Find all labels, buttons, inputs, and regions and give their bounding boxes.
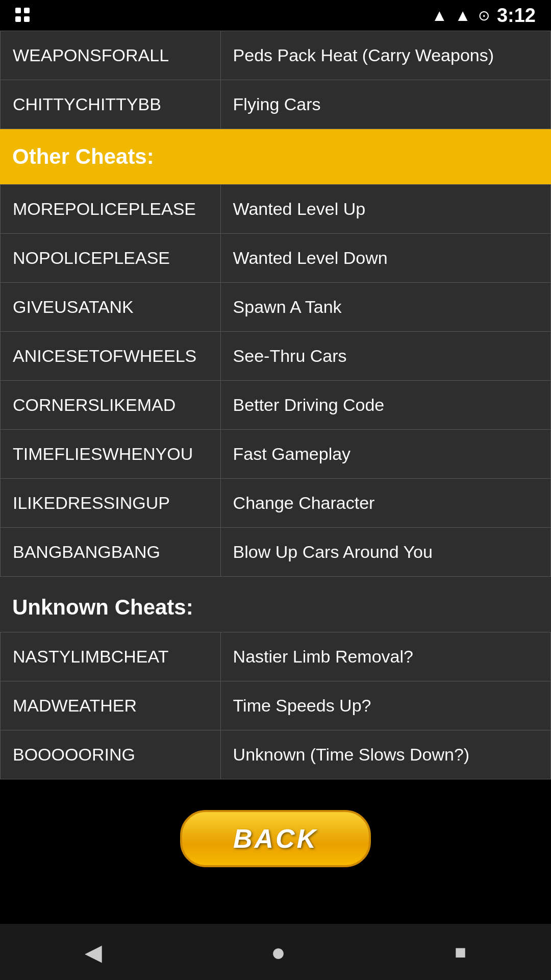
cheat-effect: Wanted Level Up (220, 185, 550, 234)
cheat-effect: Unknown (Time Slows Down?) (220, 730, 550, 779)
cheat-code: NOPOLICEPLEASE (1, 234, 221, 283)
table-row: CORNERSLIKEMAD Better Driving Code (1, 381, 551, 430)
cheat-effect: Nastier Limb Removal? (220, 632, 550, 681)
cheat-code: ANICESETOFWHEELS (1, 332, 221, 381)
cheat-code: TIMEFLIESWHENYOU (1, 430, 221, 479)
cheat-effect: Wanted Level Down (220, 234, 550, 283)
back-button[interactable]: BACK (180, 810, 371, 867)
status-bar-right: ▲ ▲ ⊙ 3:12 (432, 5, 536, 27)
content-area: WEAPONSFORALL Peds Pack Heat (Carry Weap… (0, 31, 551, 779)
cheat-code: NASTYLIMBCHEAT (1, 632, 221, 681)
cheat-effect: Fast Gameplay (220, 430, 550, 479)
cheat-effect: See-Thru Cars (220, 332, 550, 381)
table-row: BANGBANGBANG Blow Up Cars Around You (1, 528, 551, 577)
signal-icon: ▲ (455, 6, 471, 25)
cheat-code: WEAPONSFORALL (1, 31, 221, 80)
recents-nav-icon[interactable]: ■ (455, 941, 466, 963)
cheat-effect: Blow Up Cars Around You (220, 528, 550, 577)
cheat-effect: Change Character (220, 479, 550, 528)
cheat-code: MADWEATHER (1, 681, 221, 730)
unknown-cheats-header: Unknown Cheats: (0, 577, 551, 625)
status-bar-left (15, 8, 31, 23)
unknown-cheats-title: Unknown Cheats: (12, 595, 193, 619)
section-divider (0, 625, 551, 632)
other-cheats-table: MOREPOLICEPLEASE Wanted Level Up NOPOLIC… (0, 184, 551, 577)
cheat-code: BANGBANGBANG (1, 528, 221, 577)
cheat-code: CHITTYCHITTYBB (1, 80, 221, 129)
table-row: WEAPONSFORALL Peds Pack Heat (Carry Weap… (1, 31, 551, 80)
cheat-code: BOOOOORING (1, 730, 221, 779)
table-row: ANICESETOFWHEELS See-Thru Cars (1, 332, 551, 381)
table-row: TIMEFLIESWHENYOU Fast Gameplay (1, 430, 551, 479)
wifi-icon: ▲ (432, 6, 448, 25)
nav-bar: ◀ ● ■ (0, 924, 551, 980)
top-cheat-table: WEAPONSFORALL Peds Pack Heat (Carry Weap… (0, 31, 551, 129)
table-row: ILIKEDRESSINGUP Change Character (1, 479, 551, 528)
cheat-effect: Time Speeds Up? (220, 681, 550, 730)
table-row: GIVEUSATANK Spawn A Tank (1, 283, 551, 332)
home-nav-icon[interactable]: ● (271, 938, 286, 966)
table-row: NASTYLIMBCHEAT Nastier Limb Removal? (1, 632, 551, 681)
cheat-code: GIVEUSATANK (1, 283, 221, 332)
other-cheats-title: Other Cheats: (12, 144, 154, 168)
status-time: 3:12 (497, 5, 536, 27)
cheat-code: MOREPOLICEPLEASE (1, 185, 221, 234)
back-button-area: BACK (0, 779, 551, 898)
table-row: NOPOLICEPLEASE Wanted Level Down (1, 234, 551, 283)
cheat-code: ILIKEDRESSINGUP (1, 479, 221, 528)
other-cheats-header: Other Cheats: (0, 129, 551, 184)
table-row: MADWEATHER Time Speeds Up? (1, 681, 551, 730)
unknown-cheats-table: NASTYLIMBCHEAT Nastier Limb Removal? MAD… (0, 632, 551, 779)
cheat-effect: Peds Pack Heat (Carry Weapons) (220, 31, 550, 80)
cheat-code: CORNERSLIKEMAD (1, 381, 221, 430)
back-nav-icon[interactable]: ◀ (85, 939, 102, 965)
app-grid-icon (15, 8, 31, 23)
cheat-effect: Spawn A Tank (220, 283, 550, 332)
table-row: CHITTYCHITTYBB Flying Cars (1, 80, 551, 129)
battery-icon: ⊙ (478, 7, 490, 24)
table-row: BOOOOORING Unknown (Time Slows Down?) (1, 730, 551, 779)
cheat-effect: Flying Cars (220, 80, 550, 129)
table-row: MOREPOLICEPLEASE Wanted Level Up (1, 185, 551, 234)
cheat-effect: Better Driving Code (220, 381, 550, 430)
status-bar: ▲ ▲ ⊙ 3:12 (0, 0, 551, 31)
